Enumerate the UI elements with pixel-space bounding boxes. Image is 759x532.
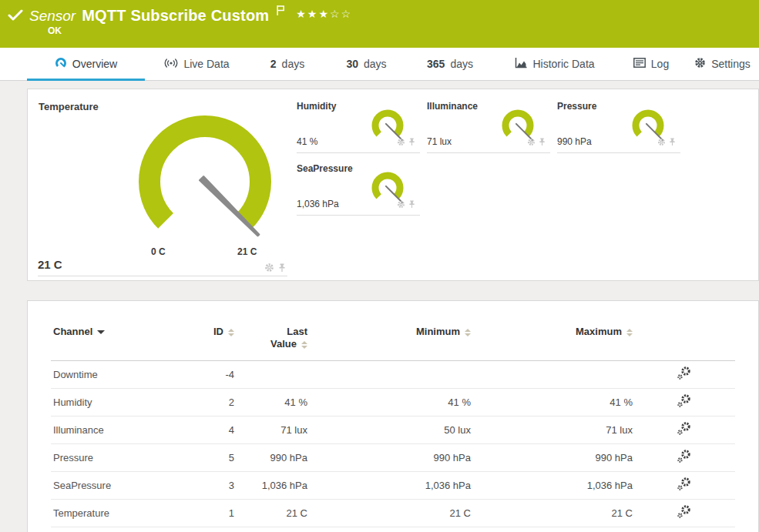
table-row: SeaPressure 3 1,036 hPa 1,036 hPa 1,036 … <box>51 472 735 500</box>
cell-last-value: 990 hPa <box>234 444 307 472</box>
cell-channel: Illuminance <box>51 417 197 444</box>
tab-label: Historic Data <box>532 58 594 70</box>
sort-icon[interactable] <box>626 329 633 336</box>
channel-title: Pressure <box>557 101 596 112</box>
channel-title: Humidity <box>297 101 336 112</box>
edit-channel-button[interactable] <box>633 417 735 444</box>
cell-last-value: 71 lux <box>234 417 307 444</box>
channel-settings-gear-icon[interactable] <box>657 136 666 149</box>
channel-settings-gear-icon[interactable] <box>397 136 405 149</box>
channel-value: 71 lux <box>427 136 452 147</box>
log-icon <box>633 58 646 70</box>
gear-icon <box>694 57 706 71</box>
cell-last-value <box>234 361 307 389</box>
tab-overview[interactable]: Overview <box>27 48 145 80</box>
table-row: Humidity 2 41 % 41 % 41 % <box>51 389 735 417</box>
page-title: MQTT Subscribe Custom <box>82 7 269 25</box>
pin-icon[interactable] <box>669 136 676 149</box>
cell-id: -4 <box>197 361 234 389</box>
column-header-minimum[interactable]: Minimum <box>307 326 471 361</box>
edit-channel-button[interactable] <box>633 361 735 389</box>
edit-channel-button[interactable] <box>633 389 735 417</box>
cell-maximum: 21 C <box>471 500 633 527</box>
cell-minimum: 1,036 hPa <box>307 472 471 500</box>
table-row: Pressure 5 990 hPa 990 hPa 990 hPa <box>51 444 735 472</box>
tab-live-data[interactable]: Live Data <box>145 48 249 80</box>
mini-channel-panel: Humidity 41 % <box>297 99 420 153</box>
tab-settings[interactable]: Settings <box>686 48 759 80</box>
panel-divider <box>38 276 287 276</box>
object-type-label: Sensor <box>29 8 76 25</box>
cell-last-value: 41 % <box>234 389 307 417</box>
channel-settings-gear-icon[interactable] <box>397 198 405 212</box>
edit-channel-button[interactable] <box>633 472 735 500</box>
channel-value: 21 C <box>38 258 62 271</box>
channels-table-card: Channel ID Last Value Minimum Maximum <box>27 300 759 532</box>
tab-label: Overview <box>72 58 117 70</box>
cell-minimum: 21 C <box>307 500 471 527</box>
broadcast-icon <box>164 58 178 71</box>
cell-maximum: 990 hPa <box>471 444 633 472</box>
cell-maximum: 71 lux <box>471 417 633 444</box>
double-gear-icon <box>676 421 693 437</box>
tab-number: 365 <box>427 58 445 70</box>
tab-2-days[interactable]: 2 days <box>249 48 326 80</box>
channel-settings-gear-icon[interactable] <box>527 136 536 149</box>
edit-channel-button[interactable] <box>633 444 735 472</box>
tab-historic-data[interactable]: Historic Data <box>493 48 616 80</box>
cell-minimum: 990 hPa <box>307 444 471 472</box>
cell-id: 2 <box>197 389 234 417</box>
gauge-max-label: 21 C <box>237 246 257 257</box>
column-header-id[interactable]: ID <box>197 326 234 361</box>
cell-maximum: 1,036 hPa <box>471 472 633 500</box>
double-gear-icon <box>676 449 693 464</box>
cell-channel: Downtime <box>51 361 197 389</box>
table-row: Downtime -4 <box>51 361 735 389</box>
pin-icon[interactable] <box>408 136 415 149</box>
column-header-last-value[interactable]: Last Value <box>234 326 307 361</box>
mini-channel-panel: Pressure 990 hPa <box>557 99 680 153</box>
priority-flag-icon[interactable] <box>277 5 285 19</box>
pin-icon[interactable] <box>278 262 286 276</box>
pin-icon[interactable] <box>408 198 415 212</box>
pin-icon[interactable] <box>539 136 546 149</box>
tab-bar: Overview Live Data 2 days 30 days 365 da… <box>0 48 759 81</box>
cell-maximum: 41 % <box>471 389 633 417</box>
tab-365-days[interactable]: 365 days <box>407 48 493 80</box>
tab-30-days[interactable]: 30 days <box>326 48 407 80</box>
cell-last-value: 1,036 hPa <box>234 472 307 500</box>
sort-icon[interactable] <box>465 329 471 336</box>
column-header-channel[interactable]: Channel <box>51 326 197 361</box>
sensor-header: Sensor MQTT Subscribe Custom ★★★☆☆ OK <box>0 0 759 48</box>
double-gear-icon <box>676 504 693 520</box>
channel-settings-gear-icon[interactable] <box>264 262 274 276</box>
channels-table: Channel ID Last Value Minimum Maximum <box>51 326 735 527</box>
gauge-min-label: 0 C <box>151 246 166 257</box>
priority-stars[interactable]: ★★★☆☆ <box>296 8 352 20</box>
cell-id: 1 <box>197 500 234 527</box>
sort-icon[interactable] <box>301 341 307 349</box>
cell-channel: SeaPressure <box>51 472 197 500</box>
overview-gauges-card: Temperature 0 C 21 C 21 C Humidity <box>27 89 759 281</box>
table-row: Temperature 1 21 C 21 C 21 C <box>51 500 735 527</box>
cell-id: 4 <box>197 417 234 444</box>
tab-log[interactable]: Log <box>616 48 686 80</box>
cell-maximum <box>471 361 633 389</box>
cell-channel: Pressure <box>51 444 197 472</box>
mini-channel-panel: SeaPressure 1,036 hPa <box>297 162 420 216</box>
cell-minimum: 41 % <box>307 389 471 417</box>
double-gear-icon <box>676 393 693 409</box>
status-check-icon <box>8 9 23 25</box>
tab-label: days <box>450 58 473 70</box>
cell-last-value: 21 C <box>234 500 307 527</box>
temperature-gauge <box>134 112 277 263</box>
gauge-icon <box>55 57 67 72</box>
channel-value: 990 hPa <box>557 136 592 147</box>
column-header-maximum[interactable]: Maximum <box>471 326 633 361</box>
edit-channel-button[interactable] <box>633 500 735 527</box>
sort-icon[interactable] <box>228 329 234 336</box>
sort-desc-icon[interactable] <box>97 330 105 334</box>
table-header-row: Channel ID Last Value Minimum Maximum <box>51 326 735 361</box>
channel-title: Illuminance <box>427 101 478 112</box>
channel-value: 41 % <box>297 136 317 147</box>
